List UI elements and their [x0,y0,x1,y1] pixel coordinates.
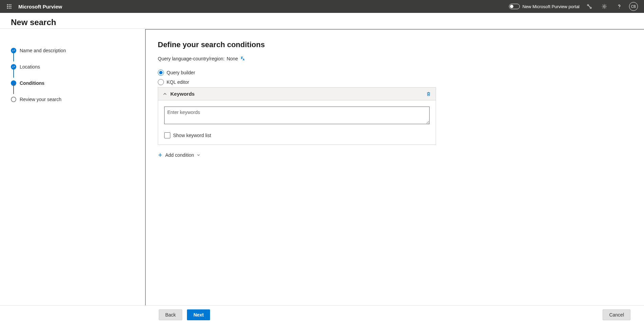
svg-point-0 [7,4,8,5]
radio-query-builder[interactable]: Query builder [158,70,632,76]
svg-point-4 [9,6,10,7]
portal-toggle[interactable]: New Microsoft Purview portal [509,4,580,9]
current-step-icon [11,80,16,86]
condition-title: Keywords [170,91,195,97]
svg-point-2 [11,4,12,5]
toggle-icon [509,4,520,9]
app-title: Microsoft Purview [18,4,62,9]
svg-point-9 [587,4,589,6]
radio-label: KQL editor [167,79,189,85]
keywords-condition-card: Keywords Show keyword list [158,87,436,145]
radio-icon [158,79,164,85]
wizard-step-review[interactable]: Review your search [11,91,134,108]
page-header: New search [0,13,644,29]
svg-point-10 [590,7,591,8]
query-language-value: None [227,56,238,61]
condition-header: Keywords [158,88,436,100]
wizard-step-name-description[interactable]: Name and description [11,42,134,59]
svg-point-6 [7,8,8,9]
query-language-row: Query language-country/region: None [158,56,632,61]
page-title: New search [11,18,633,27]
wizard-step-conditions[interactable]: Conditions [11,75,134,91]
wizard-step-locations[interactable]: Locations [11,59,134,75]
translate-icon[interactable] [240,56,245,61]
add-condition-button[interactable]: Add condition [158,152,200,158]
top-bar-right: New Microsoft Purview portal CB [509,1,641,12]
top-bar: Microsoft Purview New Microsoft Purview … [0,0,644,13]
step-label: Conditions [20,80,44,86]
pending-step-icon [11,97,16,102]
query-mode-radio-group: Query builder KQL editor [158,70,632,85]
app-launcher-icon[interactable] [3,0,16,13]
wizard-footer: Back Next Cancel [0,305,644,324]
back-button[interactable]: Back [159,309,182,320]
settings-icon[interactable] [599,1,609,12]
check-icon [11,48,16,53]
toggle-label: New Microsoft Purview portal [523,4,580,9]
svg-point-11 [604,6,605,7]
radio-kql-editor[interactable]: KQL editor [158,79,632,85]
condition-body: Show keyword list [158,100,436,145]
step-label: Review your search [20,97,61,102]
step-label: Name and description [20,48,66,53]
cancel-button[interactable]: Cancel [603,309,630,320]
checkbox-label: Show keyword list [173,133,211,138]
plus-icon [158,153,163,157]
svg-point-5 [11,6,12,7]
wizard-steps: Name and description Locations Condition… [11,42,134,108]
chevron-up-icon[interactable] [163,92,167,96]
query-language-label: Query language-country/region: [158,56,225,61]
chevron-down-icon [197,153,200,157]
user-avatar[interactable]: CB [629,2,638,11]
radio-icon [158,70,164,76]
radio-label: Query builder [167,70,195,75]
step-label: Locations [20,64,40,70]
wizard-sidebar: Name and description Locations Condition… [0,29,145,324]
check-icon [11,64,16,70]
delete-icon[interactable] [426,92,431,96]
keywords-input[interactable] [164,107,430,124]
svg-point-8 [11,8,12,9]
svg-point-7 [9,8,10,9]
body-container: Name and description Locations Condition… [0,29,644,324]
panel-title: Define your search conditions [158,40,632,49]
svg-point-3 [7,6,8,7]
help-icon[interactable] [614,1,624,12]
diagnostics-icon[interactable] [584,1,594,12]
svg-point-1 [9,4,10,5]
add-condition-label: Add condition [165,152,194,158]
svg-point-12 [619,8,620,8]
main-panel: Define your search conditions Query lang… [145,29,644,324]
show-keyword-list-checkbox[interactable]: Show keyword list [164,132,430,138]
checkbox-icon [164,132,170,138]
next-button[interactable]: Next [187,309,210,320]
